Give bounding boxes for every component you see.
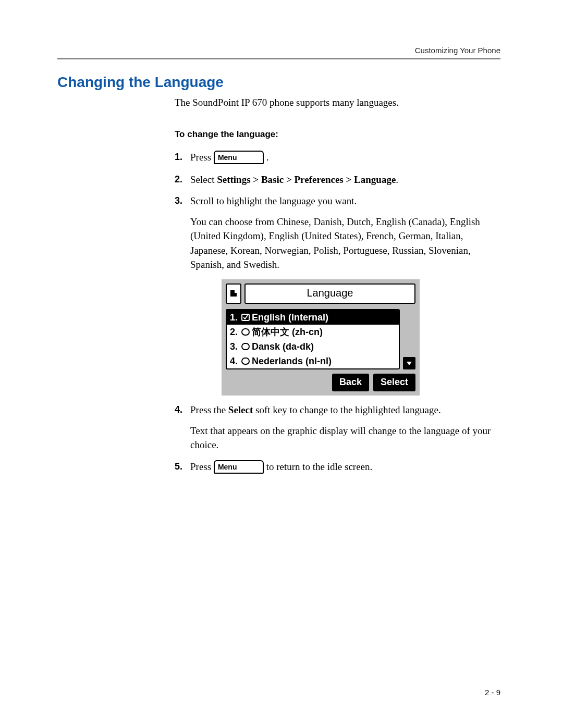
step-5-text-c: to return to the idle screen. [266,461,373,472]
step-3-text: Scroll to highlight the language you wan… [190,195,357,206]
title-back-icon [226,283,241,304]
language-item-4[interactable]: 4. Nederlands (nl-nl) [227,354,399,368]
step-2-text-a: Select [190,174,217,185]
checkbox-empty-icon [241,328,250,336]
step-4-bold: Select [228,404,253,415]
language-item-4-label: Nederlands (nl-nl) [252,354,332,368]
svg-rect-3 [242,358,249,364]
step-4: Press the Select soft key to change to t… [175,403,500,452]
language-item-2-label: 简体中文 (zh-cn) [252,325,323,339]
language-item-2[interactable]: 2. 简体中文 (zh-cn) [227,325,399,339]
menu-key-icon: Menu [214,151,264,164]
language-item-1-num: 1. [230,311,239,324]
menu-key-icon: Menu [214,460,264,474]
softkey-select[interactable]: Select [373,374,415,391]
phone-screen-figure: Language 1. English (Internal) [222,279,420,396]
step-3: Scroll to highlight the language you wan… [175,194,500,396]
softkey-back[interactable]: Back [332,374,369,391]
page-number: 2 - 9 [485,688,500,697]
step-4-text-c: soft key to change to the highlighted la… [253,404,440,415]
svg-rect-2 [242,343,249,350]
language-item-4-num: 4. [230,354,239,368]
step-2-text-c: . [396,174,398,185]
checkbox-empty-icon [241,343,250,350]
step-1: Press Menu . [175,150,500,165]
phone-screen-title: Language [244,283,415,304]
running-head: Customizing Your Phone [57,46,500,55]
checkbox-checked-icon [241,314,250,321]
step-5-text-a: Press [190,461,214,472]
language-item-3-num: 3. [230,340,239,353]
step-2: Select Settings > Basic > Preferences > … [175,172,500,187]
language-item-3[interactable]: 3. Dansk (da-dk) [227,339,399,354]
step-4-text-a: Press the [190,404,228,415]
language-item-1-label: English (Internal) [252,311,328,324]
section-title: Changing the Language [57,74,500,91]
scroll-down-icon[interactable] [403,357,415,369]
checkbox-empty-icon [241,357,250,365]
language-item-1[interactable]: 1. English (Internal) [227,310,399,325]
step-1-text-a: Press [190,152,214,163]
procedure-subhead: To change the language: [175,129,500,140]
step-1-text-c: . [266,152,269,163]
step-2-path: Settings > Basic > Preferences > Languag… [217,174,396,185]
language-item-2-num: 2. [230,325,239,339]
language-item-3-label: Dansk (da-dk) [252,340,314,353]
step-5: Press Menu to return to the idle screen. [175,460,500,475]
menu-key-label: Menu [218,462,237,472]
header-rule [57,58,500,59]
intro-paragraph: The SoundPoint IP 670 phone supports man… [175,97,500,108]
menu-key-label: Menu [218,152,237,163]
step-4-paragraph: Text that appears on the graphic display… [190,424,500,452]
language-list: 1. English (Internal) 2. [226,309,400,369]
svg-rect-1 [242,329,249,335]
step-3-paragraph: You can choose from Chinese, Danish, Dut… [190,215,500,272]
